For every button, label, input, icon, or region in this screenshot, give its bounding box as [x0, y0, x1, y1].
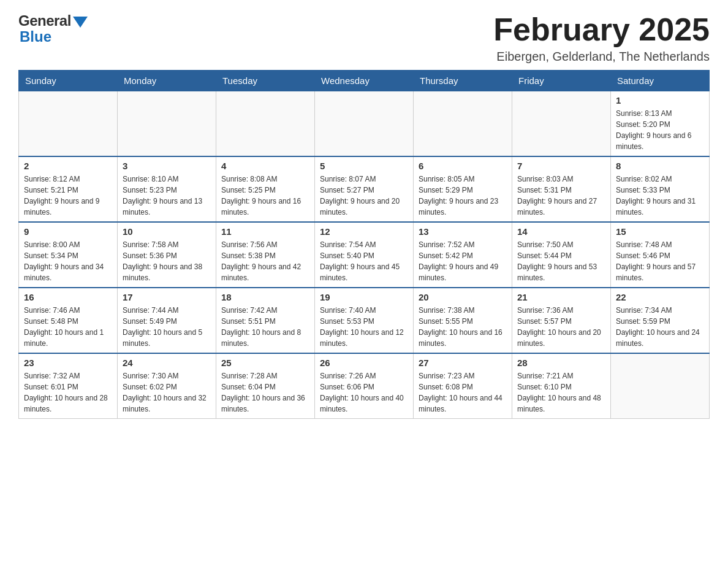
day-number: 13: [419, 226, 507, 237]
day-of-week-header: Saturday: [611, 71, 710, 91]
day-number: 26: [320, 358, 408, 368]
day-info: Sunrise: 8:10 AM Sunset: 5:23 PM Dayligh…: [123, 174, 211, 218]
day-of-week-header: Monday: [118, 71, 216, 91]
day-info: Sunrise: 7:50 AM Sunset: 5:44 PM Dayligh…: [517, 239, 605, 283]
calendar-day-cell: [414, 91, 512, 157]
calendar-day-cell: [315, 91, 414, 157]
day-number: 19: [320, 292, 408, 302]
calendar-day-cell: 27Sunrise: 7:23 AM Sunset: 6:08 PM Dayli…: [414, 353, 512, 419]
day-info: Sunrise: 7:58 AM Sunset: 5:36 PM Dayligh…: [123, 239, 211, 283]
day-info: Sunrise: 7:23 AM Sunset: 6:08 PM Dayligh…: [419, 370, 507, 415]
day-number: 21: [517, 292, 605, 302]
day-info: Sunrise: 7:26 AM Sunset: 6:06 PM Dayligh…: [320, 370, 408, 415]
calendar-day-cell: 4Sunrise: 8:08 AM Sunset: 5:25 PM Daylig…: [216, 156, 315, 222]
calendar-day-cell: 3Sunrise: 8:10 AM Sunset: 5:23 PM Daylig…: [118, 156, 216, 222]
day-info: Sunrise: 7:42 AM Sunset: 5:51 PM Dayligh…: [221, 305, 309, 349]
day-info: Sunrise: 8:05 AM Sunset: 5:29 PM Dayligh…: [419, 174, 507, 218]
day-of-week-header: Sunday: [19, 71, 118, 91]
logo-general-text: General: [18, 12, 71, 29]
calendar-day-cell: [512, 91, 611, 157]
logo-arrow-icon: [73, 17, 88, 28]
day-info: Sunrise: 7:34 AM Sunset: 5:59 PM Dayligh…: [616, 305, 704, 349]
day-number: 23: [24, 358, 112, 368]
calendar-day-cell: 24Sunrise: 7:30 AM Sunset: 6:02 PM Dayli…: [118, 353, 216, 419]
calendar-day-cell: 15Sunrise: 7:48 AM Sunset: 5:46 PM Dayli…: [611, 222, 710, 288]
day-number: 8: [616, 161, 704, 171]
calendar-day-cell: [19, 91, 118, 157]
calendar-day-cell: 21Sunrise: 7:36 AM Sunset: 5:57 PM Dayli…: [512, 288, 611, 353]
calendar-header-row: SundayMondayTuesdayWednesdayThursdayFrid…: [19, 71, 710, 91]
calendar-title: February 2025: [493, 12, 710, 47]
day-info: Sunrise: 7:38 AM Sunset: 5:55 PM Dayligh…: [419, 305, 507, 349]
day-number: 5: [320, 161, 408, 171]
day-info: Sunrise: 7:30 AM Sunset: 6:02 PM Dayligh…: [123, 370, 211, 415]
day-info: Sunrise: 7:36 AM Sunset: 5:57 PM Dayligh…: [517, 305, 605, 349]
day-number: 16: [24, 292, 112, 302]
day-number: 4: [221, 161, 309, 171]
calendar-day-cell: 7Sunrise: 8:03 AM Sunset: 5:31 PM Daylig…: [512, 156, 611, 222]
calendar-day-cell: 14Sunrise: 7:50 AM Sunset: 5:44 PM Dayli…: [512, 222, 611, 288]
day-info: Sunrise: 8:00 AM Sunset: 5:34 PM Dayligh…: [24, 239, 112, 283]
calendar-day-cell: 18Sunrise: 7:42 AM Sunset: 5:51 PM Dayli…: [216, 288, 315, 353]
day-info: Sunrise: 7:52 AM Sunset: 5:42 PM Dayligh…: [419, 239, 507, 283]
calendar-week-row: 16Sunrise: 7:46 AM Sunset: 5:48 PM Dayli…: [19, 288, 710, 353]
calendar-day-cell: 22Sunrise: 7:34 AM Sunset: 5:59 PM Dayli…: [611, 288, 710, 353]
day-number: 15: [616, 226, 704, 237]
day-number: 6: [419, 161, 507, 171]
calendar-week-row: 1Sunrise: 8:13 AM Sunset: 5:20 PM Daylig…: [19, 91, 710, 157]
day-number: 27: [419, 358, 507, 368]
calendar-day-cell: 5Sunrise: 8:07 AM Sunset: 5:27 PM Daylig…: [315, 156, 414, 222]
calendar-day-cell: 8Sunrise: 8:02 AM Sunset: 5:33 PM Daylig…: [611, 156, 710, 222]
day-of-week-header: Tuesday: [216, 71, 315, 91]
day-number: 22: [616, 292, 704, 302]
calendar-day-cell: 6Sunrise: 8:05 AM Sunset: 5:29 PM Daylig…: [414, 156, 512, 222]
calendar-week-row: 23Sunrise: 7:32 AM Sunset: 6:01 PM Dayli…: [19, 353, 710, 419]
calendar-day-cell: 26Sunrise: 7:26 AM Sunset: 6:06 PM Dayli…: [315, 353, 414, 419]
day-number: 17: [123, 292, 211, 302]
calendar-day-cell: 28Sunrise: 7:21 AM Sunset: 6:10 PM Dayli…: [512, 353, 611, 419]
day-info: Sunrise: 7:48 AM Sunset: 5:46 PM Dayligh…: [616, 239, 704, 283]
calendar-day-cell: 12Sunrise: 7:54 AM Sunset: 5:40 PM Dayli…: [315, 222, 414, 288]
day-number: 1: [616, 95, 704, 105]
day-number: 10: [123, 226, 211, 237]
calendar-day-cell: 23Sunrise: 7:32 AM Sunset: 6:01 PM Dayli…: [19, 353, 118, 419]
calendar-day-cell: 10Sunrise: 7:58 AM Sunset: 5:36 PM Dayli…: [118, 222, 216, 288]
day-info: Sunrise: 7:54 AM Sunset: 5:40 PM Dayligh…: [320, 239, 408, 283]
day-number: 11: [221, 226, 309, 237]
day-info: Sunrise: 7:56 AM Sunset: 5:38 PM Dayligh…: [221, 239, 309, 283]
calendar-day-cell: 19Sunrise: 7:40 AM Sunset: 5:53 PM Dayli…: [315, 288, 414, 353]
calendar-day-cell: 13Sunrise: 7:52 AM Sunset: 5:42 PM Dayli…: [414, 222, 512, 288]
day-number: 25: [221, 358, 309, 368]
day-number: 28: [517, 358, 605, 368]
day-info: Sunrise: 8:03 AM Sunset: 5:31 PM Dayligh…: [517, 174, 605, 218]
calendar-week-row: 2Sunrise: 8:12 AM Sunset: 5:21 PM Daylig…: [19, 156, 710, 222]
day-info: Sunrise: 8:12 AM Sunset: 5:21 PM Dayligh…: [24, 174, 112, 218]
day-info: Sunrise: 7:21 AM Sunset: 6:10 PM Dayligh…: [517, 370, 605, 415]
day-number: 18: [221, 292, 309, 302]
calendar-subtitle: Eibergen, Gelderland, The Netherlands: [493, 50, 710, 64]
logo: General Blue: [18, 12, 88, 45]
calendar-title-block: February 2025 Eibergen, Gelderland, The …: [493, 12, 710, 64]
day-of-week-header: Wednesday: [315, 71, 414, 91]
day-number: 14: [517, 226, 605, 237]
calendar-day-cell: 20Sunrise: 7:38 AM Sunset: 5:55 PM Dayli…: [414, 288, 512, 353]
day-number: 2: [24, 161, 112, 171]
day-info: Sunrise: 7:40 AM Sunset: 5:53 PM Dayligh…: [320, 305, 408, 349]
calendar-day-cell: 1Sunrise: 8:13 AM Sunset: 5:20 PM Daylig…: [611, 91, 710, 157]
day-info: Sunrise: 7:44 AM Sunset: 5:49 PM Dayligh…: [123, 305, 211, 349]
calendar-day-cell: 2Sunrise: 8:12 AM Sunset: 5:21 PM Daylig…: [19, 156, 118, 222]
calendar-table: SundayMondayTuesdayWednesdayThursdayFrid…: [18, 70, 710, 419]
day-of-week-header: Friday: [512, 71, 611, 91]
page-header: General Blue February 2025 Eibergen, Gel…: [18, 12, 710, 64]
day-info: Sunrise: 8:13 AM Sunset: 5:20 PM Dayligh…: [616, 108, 704, 152]
calendar-week-row: 9Sunrise: 8:00 AM Sunset: 5:34 PM Daylig…: [19, 222, 710, 288]
day-number: 9: [24, 226, 112, 237]
day-info: Sunrise: 8:07 AM Sunset: 5:27 PM Dayligh…: [320, 174, 408, 218]
day-number: 12: [320, 226, 408, 237]
day-info: Sunrise: 7:32 AM Sunset: 6:01 PM Dayligh…: [24, 370, 112, 415]
calendar-day-cell: [611, 353, 710, 419]
day-number: 24: [123, 358, 211, 368]
calendar-day-cell: [216, 91, 315, 157]
day-number: 7: [517, 161, 605, 171]
day-info: Sunrise: 8:02 AM Sunset: 5:33 PM Dayligh…: [616, 174, 704, 218]
